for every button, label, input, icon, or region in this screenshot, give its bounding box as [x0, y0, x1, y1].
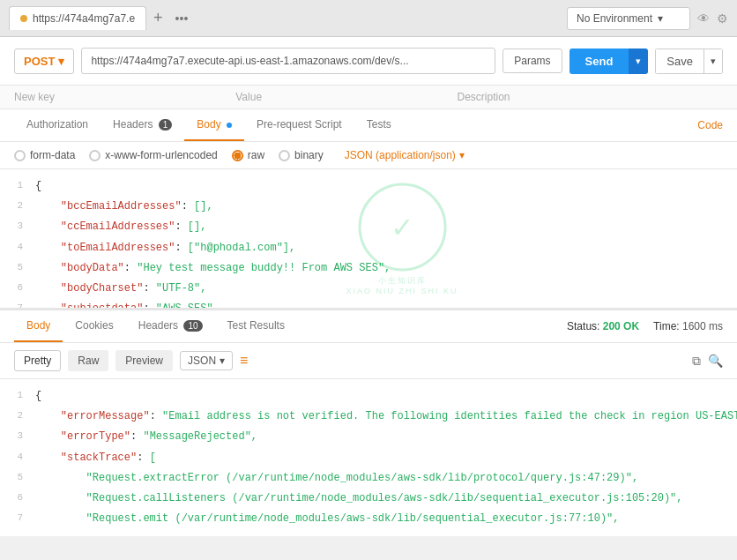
line-content: { — [32, 176, 737, 197]
line-content: "bodyCharset": "UTF-8", — [32, 279, 737, 299]
json-format-selector[interactable]: JSON (application/json) ▾ — [345, 149, 465, 161]
method-chevron-icon: ▾ — [58, 55, 64, 68]
table-row: 7 "subjectdata": "AWS SES", — [0, 299, 737, 310]
method-label: POST — [24, 55, 55, 68]
chevron-down-icon: ▾ — [459, 149, 465, 161]
save-button[interactable]: Save — [655, 49, 704, 74]
line-content: "stackTrace": [ — [32, 448, 737, 468]
line-content: "ccEmailAddresses": [], — [32, 217, 737, 237]
tab-tests[interactable]: Tests — [354, 109, 404, 141]
table-row: 3 "ccEmailAddresses": [], — [0, 217, 737, 237]
table-row: 6 "bodyCharset": "UTF-8", — [0, 279, 737, 299]
params-button[interactable]: Params — [502, 49, 562, 73]
time-label: Time: 1600 ms — [653, 320, 723, 332]
line-number: 2 — [0, 197, 32, 214]
url-input[interactable] — [81, 48, 495, 74]
table-row: 2 "bccEmailAddresses": [], — [0, 197, 737, 217]
code-link[interactable]: Code — [697, 119, 723, 131]
tab-authorization[interactable]: Authorization — [14, 109, 100, 141]
param-description-header: Description — [458, 91, 724, 103]
tab-body[interactable]: Body — [184, 109, 244, 141]
form-data-radio[interactable] — [14, 150, 26, 161]
form-data-option[interactable]: form-data — [14, 149, 75, 161]
resp-tab-headers[interactable]: Headers 10 — [126, 310, 215, 342]
line-content: "bodyData": "Hey test message buddy!! Fr… — [32, 258, 737, 279]
tab-pre-request[interactable]: Pre-request Script — [244, 109, 354, 141]
form-data-label: form-data — [30, 149, 75, 161]
pretty-button[interactable]: Pretty — [14, 350, 61, 371]
filter-icon[interactable]: ≡ — [240, 353, 248, 369]
raw-button[interactable]: Raw — [68, 350, 108, 371]
table-row: 4 "stackTrace": [ — [0, 448, 737, 468]
raw-radio[interactable] — [232, 150, 243, 161]
chevron-down-icon: ▾ — [658, 12, 663, 25]
request-body-area[interactable]: 1{2 "bccEmailAddresses": [],3 "ccEmailAd… — [0, 169, 737, 310]
status-value: 200 OK — [603, 320, 639, 332]
preview-button[interactable]: Preview — [115, 350, 173, 371]
raw-label: raw — [248, 149, 264, 161]
line-content: "toEmailAddresses": ["h@phodal.com"], — [32, 238, 737, 258]
table-row: 5 "Request.extractError (/var/runtime/no… — [0, 468, 737, 489]
table-row: 1{ — [0, 386, 737, 407]
line-number: 6 — [0, 489, 32, 506]
urlencoded-option[interactable]: x-www-form-urlencoded — [89, 149, 217, 161]
send-button[interactable]: Send — [570, 49, 629, 74]
visibility-icon[interactable]: 👁 — [697, 11, 710, 26]
browser-tab-bar: https://474a4mg7a7.e + ••• No Environmen… — [0, 0, 737, 37]
settings-icon[interactable]: ⚙ — [717, 11, 728, 26]
table-row: 4 "toEmailAddresses": ["h@phodal.com"], — [0, 238, 737, 258]
table-row: 6 "Request.callListeners (/var/runtime/n… — [0, 489, 737, 509]
line-content: "Request.emit (/var/runtime/node_modules… — [32, 509, 737, 529]
urlencoded-radio[interactable] — [89, 150, 100, 161]
line-number: 7 — [0, 509, 32, 526]
resp-tab-cookies[interactable]: Cookies — [63, 310, 125, 342]
save-group: Save ▾ — [655, 49, 723, 74]
param-value-header: Value — [235, 91, 457, 103]
body-type-row: form-data x-www-form-urlencoded raw bina… — [0, 142, 737, 169]
more-options-button[interactable]: ••• — [170, 11, 194, 26]
binary-option[interactable]: binary — [279, 149, 324, 161]
tab-dot — [20, 15, 27, 22]
status-label: Status: 200 OK — [567, 320, 639, 332]
binary-label: binary — [294, 149, 324, 161]
resp-tab-body[interactable]: Body — [14, 310, 63, 342]
table-row: 1{ — [0, 176, 737, 197]
resp-json-label: JSON — [188, 355, 216, 367]
table-row: 7 "Request.emit (/var/runtime/node_modul… — [0, 509, 737, 529]
response-body-area[interactable]: 1{2 "errorMessage": "Email address is no… — [0, 379, 737, 536]
line-number: 7 — [0, 299, 32, 310]
postman-main: POST ▾ Params Send ▾ Save ▾ New key Valu… — [0, 37, 737, 536]
search-icon[interactable]: 🔍 — [708, 354, 723, 369]
add-tab-button[interactable]: + — [146, 9, 170, 27]
tab-headers[interactable]: Headers 1 — [100, 109, 184, 141]
line-number: 3 — [0, 427, 32, 444]
line-content: "errorMessage": "Email address is not ve… — [32, 407, 737, 427]
resp-json-selector[interactable]: JSON ▾ — [180, 351, 233, 370]
line-content: "subjectdata": "AWS SES", — [32, 299, 737, 310]
line-number: 4 — [0, 448, 32, 466]
binary-radio[interactable] — [279, 150, 290, 161]
request-body-content: 1{2 "bccEmailAddresses": [],3 "ccEmailAd… — [0, 169, 737, 310]
headers-badge: 1 — [159, 119, 173, 131]
method-select[interactable]: POST ▾ — [14, 49, 74, 74]
save-arrow-button[interactable]: ▾ — [704, 49, 723, 74]
send-arrow-button[interactable]: ▾ — [629, 49, 648, 74]
line-number: 1 — [0, 386, 32, 404]
param-key-header: New key — [14, 91, 235, 103]
time-value: 1600 ms — [682, 320, 723, 332]
env-dropdown[interactable]: No Environment ▾ — [567, 7, 690, 30]
response-toolbar: Pretty Raw Preview JSON ▾ ≡ ⧉ 🔍 — [0, 343, 737, 379]
active-tab[interactable]: https://474a4mg7a7.e — [9, 6, 146, 30]
line-content: "errorType": "MessageRejected", — [32, 427, 737, 447]
json-format-label: JSON (application/json) — [345, 149, 456, 161]
chevron-down-icon: ▾ — [220, 355, 225, 367]
url-bar: POST ▾ Params Send ▾ Save ▾ — [0, 37, 737, 86]
table-row: 2 "errorMessage": "Email address is not … — [0, 407, 737, 427]
env-label: No Environment — [577, 12, 652, 25]
resp-tab-test-results[interactable]: Test Results — [215, 310, 297, 342]
send-group: Send ▾ — [570, 49, 649, 74]
raw-option[interactable]: raw — [232, 149, 264, 161]
table-row: 5 "bodyData": "Hey test message buddy!! … — [0, 258, 737, 279]
line-content: "Request.extractError (/var/runtime/node… — [32, 468, 737, 489]
copy-icon[interactable]: ⧉ — [692, 354, 701, 369]
